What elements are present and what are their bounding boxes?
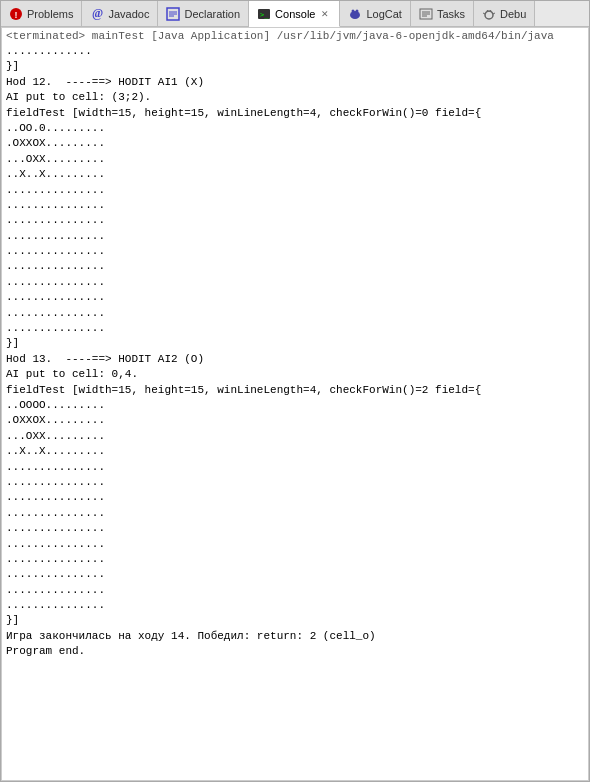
declaration-icon: [166, 7, 180, 21]
svg-text:>_: >_: [260, 11, 269, 19]
svg-point-17: [485, 11, 493, 19]
console-icon: >_: [257, 7, 271, 21]
console-text-content: ............. }] Hod 12. ----==> HODIT A…: [6, 44, 584, 660]
svg-point-9: [352, 9, 355, 12]
eclipse-window: ! Problems @ Javadoc Declaration: [0, 0, 590, 782]
tab-javadoc[interactable]: @ Javadoc: [82, 1, 158, 26]
tab-debug-label: Debu: [500, 8, 526, 20]
javadoc-icon: @: [90, 7, 104, 21]
tab-tasks-label: Tasks: [437, 8, 465, 20]
tab-javadoc-label: Javadoc: [108, 8, 149, 20]
tab-debug[interactable]: Debu: [474, 1, 535, 26]
tab-declaration-label: Declaration: [184, 8, 240, 20]
tab-logcat-label: LogCat: [366, 8, 401, 20]
tab-declaration[interactable]: Declaration: [158, 1, 249, 26]
tab-problems[interactable]: ! Problems: [1, 1, 82, 26]
tab-logcat[interactable]: LogCat: [340, 1, 410, 26]
console-close-button[interactable]: ✕: [319, 8, 331, 20]
debug-icon: [482, 7, 496, 21]
svg-point-10: [356, 9, 359, 12]
logcat-icon: [348, 7, 362, 21]
tasks-icon: [419, 7, 433, 21]
tab-tasks[interactable]: Tasks: [411, 1, 474, 26]
console-output-area[interactable]: <terminated> mainTest [Java Application]…: [1, 27, 589, 781]
console-header: <terminated> mainTest [Java Application]…: [6, 30, 584, 42]
svg-point-8: [350, 11, 360, 19]
tab-problems-label: Problems: [27, 8, 73, 20]
tab-console[interactable]: >_ Console ✕: [249, 1, 340, 27]
tab-console-label: Console: [275, 8, 315, 20]
svg-text:!: !: [15, 10, 18, 20]
problems-icon: !: [9, 7, 23, 21]
tab-bar: ! Problems @ Javadoc Declaration: [1, 1, 589, 27]
